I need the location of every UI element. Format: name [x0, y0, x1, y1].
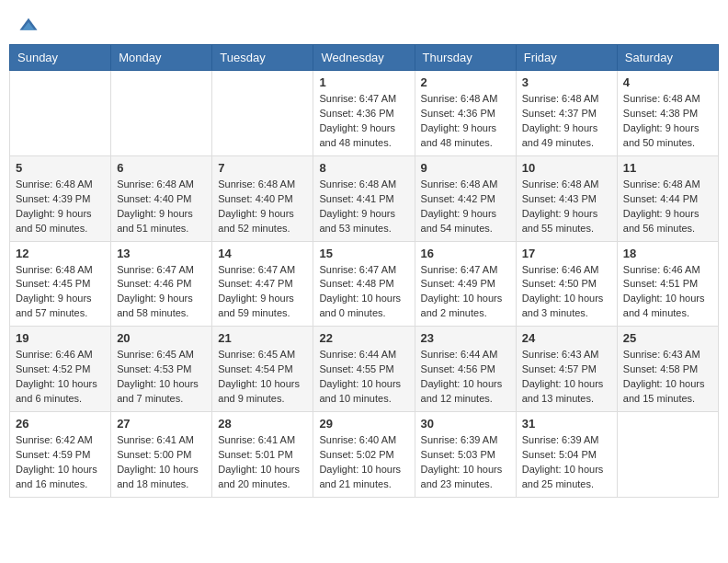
calendar-cell: 10Sunrise: 6:48 AM Sunset: 4:43 PM Dayli… [516, 155, 617, 241]
cell-content: Sunrise: 6:45 AM Sunset: 4:53 PM Dayligh… [117, 348, 206, 407]
cell-content: Sunrise: 6:47 AM Sunset: 4:47 PM Dayligh… [218, 263, 307, 322]
logo [18, 18, 42, 35]
calendar-cell: 31Sunrise: 6:39 AM Sunset: 5:04 PM Dayli… [516, 412, 617, 498]
calendar-cell: 1Sunrise: 6:47 AM Sunset: 4:36 PM Daylig… [313, 71, 415, 156]
cell-content: Sunrise: 6:40 AM Sunset: 5:02 PM Dayligh… [319, 433, 408, 492]
day-number: 29 [319, 417, 408, 431]
day-number: 15 [319, 247, 408, 260]
day-number: 4 [623, 75, 712, 89]
calendar-cell: 18Sunrise: 6:46 AM Sunset: 4:51 PM Dayli… [617, 241, 718, 327]
day-number: 19 [16, 331, 105, 345]
calendar-cell: 25Sunrise: 6:43 AM Sunset: 4:58 PM Dayli… [617, 327, 718, 412]
calendar-cell: 17Sunrise: 6:46 AM Sunset: 4:50 PM Dayli… [516, 241, 617, 327]
cell-content: Sunrise: 6:47 AM Sunset: 4:49 PM Dayligh… [421, 263, 510, 322]
day-number: 31 [522, 417, 611, 431]
calendar-cell: 20Sunrise: 6:45 AM Sunset: 4:53 PM Dayli… [111, 327, 212, 412]
day-number: 21 [218, 331, 307, 345]
cell-content: Sunrise: 6:48 AM Sunset: 4:40 PM Dayligh… [117, 178, 206, 236]
calendar-cell: 14Sunrise: 6:47 AM Sunset: 4:47 PM Dayli… [212, 241, 313, 327]
weekday-header-thursday: Thursday [415, 45, 516, 71]
cell-content: Sunrise: 6:46 AM Sunset: 4:51 PM Dayligh… [623, 263, 712, 322]
calendar-cell: 12Sunrise: 6:48 AM Sunset: 4:45 PM Dayli… [10, 241, 111, 327]
cell-content: Sunrise: 6:44 AM Sunset: 4:55 PM Dayligh… [319, 348, 408, 407]
day-number: 23 [421, 331, 510, 345]
day-number: 20 [117, 331, 206, 345]
day-number: 5 [16, 161, 105, 175]
calendar-cell: 21Sunrise: 6:45 AM Sunset: 4:54 PM Dayli… [212, 327, 313, 412]
calendar-cell: 2Sunrise: 6:48 AM Sunset: 4:36 PM Daylig… [415, 71, 516, 156]
day-number: 22 [319, 331, 408, 345]
day-number: 10 [522, 161, 611, 175]
calendar-week-1: 1Sunrise: 6:47 AM Sunset: 4:36 PM Daylig… [10, 71, 719, 156]
cell-content: Sunrise: 6:48 AM Sunset: 4:39 PM Dayligh… [16, 178, 105, 236]
day-number: 17 [522, 247, 611, 260]
calendar-week-2: 5Sunrise: 6:48 AM Sunset: 4:39 PM Daylig… [10, 155, 719, 241]
day-number: 16 [421, 247, 510, 260]
calendar-cell: 8Sunrise: 6:48 AM Sunset: 4:41 PM Daylig… [313, 155, 415, 241]
calendar-cell: 11Sunrise: 6:48 AM Sunset: 4:44 PM Dayli… [617, 155, 718, 241]
cell-content: Sunrise: 6:45 AM Sunset: 4:54 PM Dayligh… [218, 348, 307, 407]
day-number: 26 [16, 417, 105, 431]
day-number: 28 [218, 417, 307, 431]
cell-content: Sunrise: 6:44 AM Sunset: 4:56 PM Dayligh… [421, 348, 510, 407]
cell-content: Sunrise: 6:41 AM Sunset: 5:01 PM Dayligh… [218, 433, 307, 492]
day-number: 24 [522, 331, 611, 345]
cell-content: Sunrise: 6:48 AM Sunset: 4:37 PM Dayligh… [522, 92, 611, 151]
weekday-header-wednesday: Wednesday [313, 45, 415, 71]
day-number: 9 [421, 161, 510, 175]
calendar-table: SundayMondayTuesdayWednesdayThursdayFrid… [9, 44, 719, 498]
calendar-cell: 3Sunrise: 6:48 AM Sunset: 4:37 PM Daylig… [516, 71, 617, 156]
calendar-cell: 7Sunrise: 6:48 AM Sunset: 4:40 PM Daylig… [212, 155, 313, 241]
cell-content: Sunrise: 6:39 AM Sunset: 5:04 PM Dayligh… [522, 433, 611, 492]
logo-icon [18, 17, 39, 33]
cell-content: Sunrise: 6:47 AM Sunset: 4:36 PM Dayligh… [319, 92, 408, 151]
day-number: 12 [16, 247, 105, 260]
day-number: 18 [623, 247, 712, 260]
calendar-cell: 13Sunrise: 6:47 AM Sunset: 4:46 PM Dayli… [111, 241, 212, 327]
calendar-cell: 15Sunrise: 6:47 AM Sunset: 4:48 PM Dayli… [313, 241, 415, 327]
day-number: 1 [319, 75, 408, 89]
weekday-header-tuesday: Tuesday [212, 45, 313, 71]
weekday-header-friday: Friday [516, 45, 617, 71]
calendar-cell: 26Sunrise: 6:42 AM Sunset: 4:59 PM Dayli… [10, 412, 111, 498]
day-number: 6 [117, 161, 206, 175]
page-header [9, 9, 719, 40]
calendar-week-3: 12Sunrise: 6:48 AM Sunset: 4:45 PM Dayli… [10, 241, 719, 327]
day-number: 3 [522, 75, 611, 89]
cell-content: Sunrise: 6:39 AM Sunset: 5:03 PM Dayligh… [421, 433, 510, 492]
cell-content: Sunrise: 6:48 AM Sunset: 4:43 PM Dayligh… [522, 178, 611, 236]
day-number: 11 [623, 161, 712, 175]
calendar-cell: 5Sunrise: 6:48 AM Sunset: 4:39 PM Daylig… [10, 155, 111, 241]
cell-content: Sunrise: 6:43 AM Sunset: 4:58 PM Dayligh… [623, 348, 712, 407]
weekday-header-monday: Monday [111, 45, 212, 71]
cell-content: Sunrise: 6:46 AM Sunset: 4:50 PM Dayligh… [522, 263, 611, 322]
cell-content: Sunrise: 6:48 AM Sunset: 4:44 PM Dayligh… [623, 178, 712, 236]
cell-content: Sunrise: 6:48 AM Sunset: 4:41 PM Dayligh… [319, 178, 408, 236]
cell-content: Sunrise: 6:48 AM Sunset: 4:36 PM Dayligh… [421, 92, 510, 151]
weekday-header-saturday: Saturday [617, 45, 718, 71]
calendar-week-5: 26Sunrise: 6:42 AM Sunset: 4:59 PM Dayli… [10, 412, 719, 498]
cell-content: Sunrise: 6:47 AM Sunset: 4:46 PM Dayligh… [117, 263, 206, 322]
cell-content: Sunrise: 6:47 AM Sunset: 4:48 PM Dayligh… [319, 263, 408, 322]
day-number: 25 [623, 331, 712, 345]
calendar-cell [10, 71, 111, 156]
calendar-cell: 28Sunrise: 6:41 AM Sunset: 5:01 PM Dayli… [212, 412, 313, 498]
calendar-cell: 29Sunrise: 6:40 AM Sunset: 5:02 PM Dayli… [313, 412, 415, 498]
day-number: 13 [117, 247, 206, 260]
calendar-cell: 22Sunrise: 6:44 AM Sunset: 4:55 PM Dayli… [313, 327, 415, 412]
calendar-week-4: 19Sunrise: 6:46 AM Sunset: 4:52 PM Dayli… [10, 327, 719, 412]
calendar-cell: 24Sunrise: 6:43 AM Sunset: 4:57 PM Dayli… [516, 327, 617, 412]
cell-content: Sunrise: 6:41 AM Sunset: 5:00 PM Dayligh… [117, 433, 206, 492]
cell-content: Sunrise: 6:43 AM Sunset: 4:57 PM Dayligh… [522, 348, 611, 407]
cell-content: Sunrise: 6:42 AM Sunset: 4:59 PM Dayligh… [16, 433, 105, 492]
calendar-cell: 6Sunrise: 6:48 AM Sunset: 4:40 PM Daylig… [111, 155, 212, 241]
day-number: 2 [421, 75, 510, 89]
cell-content: Sunrise: 6:48 AM Sunset: 4:45 PM Dayligh… [16, 263, 105, 322]
calendar-cell: 4Sunrise: 6:48 AM Sunset: 4:38 PM Daylig… [617, 71, 718, 156]
day-number: 14 [218, 247, 307, 260]
cell-content: Sunrise: 6:48 AM Sunset: 4:40 PM Dayligh… [218, 178, 307, 236]
calendar-cell: 23Sunrise: 6:44 AM Sunset: 4:56 PM Dayli… [415, 327, 516, 412]
calendar-header-row: SundayMondayTuesdayWednesdayThursdayFrid… [10, 45, 719, 71]
calendar-cell: 19Sunrise: 6:46 AM Sunset: 4:52 PM Dayli… [10, 327, 111, 412]
cell-content: Sunrise: 6:48 AM Sunset: 4:42 PM Dayligh… [421, 178, 510, 236]
